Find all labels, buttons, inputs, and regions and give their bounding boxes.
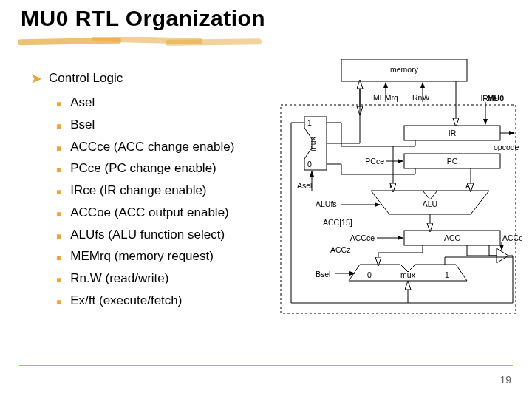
memory-label: memory (390, 65, 419, 74)
list-item-label: Rn.W (read/write) (70, 267, 168, 290)
square-bullet-icon: ■ (56, 250, 61, 266)
footer-divider (19, 365, 513, 366)
mux-b1-label: 1 (445, 270, 449, 279)
list-item-label: ACCoe (ACC output enable) (70, 202, 229, 224)
square-bullet-icon: ■ (56, 97, 61, 112)
mux-1-label: 1 (307, 118, 312, 127)
opcode-label: opcode (494, 143, 519, 151)
pcce-label: PCce (365, 157, 384, 166)
alu-label: ALU (423, 200, 437, 208)
bsel-label: Bsel (316, 270, 330, 279)
list-item: ■Rn.W (read/write) (31, 267, 275, 290)
list-item: ■ACCce (ACC change enable) (31, 136, 275, 158)
square-bullet-icon: ■ (56, 119, 61, 134)
square-bullet-icon: ■ (56, 185, 61, 200)
list-item-label: MEMrq (memory request) (70, 245, 214, 267)
list-item-label: Ex/ft (execute/fetch) (70, 290, 182, 312)
mux-0-label: 0 (307, 160, 312, 168)
list-item-label: ALUfs (ALU function select) (70, 224, 225, 246)
list-item: ■PCce (PC change enable) (31, 157, 275, 180)
irce-label: IRce (480, 94, 497, 103)
alu-b-label: B (389, 181, 395, 190)
accoe-label: ACCoe (502, 233, 522, 242)
signal-list: ■Asel ■Bsel ■ACCce (ACC change enable) ■… (31, 92, 275, 312)
asel-label: Asel (297, 181, 312, 190)
mux-top-label: mux (308, 136, 317, 151)
top-bullet: ➤ Control Logic (31, 71, 275, 87)
list-item: ■Bsel (31, 114, 275, 136)
list-item-label: Bsel (70, 114, 95, 136)
list-item: ■MEMrq (memory request) (31, 245, 275, 267)
square-bullet-icon: ■ (56, 273, 61, 288)
square-bullet-icon: ■ (56, 229, 61, 245)
square-bullet-icon: ■ (56, 141, 61, 157)
acc-label: ACC (444, 233, 461, 242)
accz-label: ACCz (330, 245, 350, 254)
list-item-label: PCce (PC change enable) (70, 157, 216, 180)
heading-text: Control Logic (49, 71, 123, 86)
rnw-label: RnW (412, 93, 429, 102)
slide-title: MU0 RTL Organization (21, 6, 265, 31)
acc15-label: ACC[15] (323, 218, 352, 227)
pc-label: PC (447, 157, 458, 166)
list-item: ■Asel (31, 92, 275, 114)
alufs-label: ALUfs (316, 200, 337, 208)
body-content: ➤ Control Logic ■Asel ■Bsel ■ACCce (ACC … (31, 71, 275, 312)
list-item: ■IRce (IR change enable) (31, 180, 275, 202)
square-bullet-icon: ■ (56, 163, 61, 178)
list-item: ■ALUfs (ALU function select) (31, 224, 275, 246)
accce-label: ACCce (350, 233, 375, 242)
list-item: ■ACCoe (ACC output enable) (31, 202, 275, 224)
ir-label: IR (449, 129, 457, 137)
list-item-label: IRce (IR change enable) (70, 180, 206, 202)
list-item-label: Asel (70, 92, 95, 114)
list-item: ■Ex/ft (execute/fetch) (31, 290, 275, 312)
list-item-label: ACCce (ACC change enable) (70, 136, 234, 158)
title-underline (18, 37, 262, 46)
square-bullet-icon: ■ (56, 295, 61, 310)
page-number: 19 (499, 374, 511, 386)
mux-bot-label: mux (400, 270, 416, 279)
alu-a-label: A (466, 181, 471, 190)
mux-b0-label: 0 (367, 270, 372, 279)
block-diagram: memory MU0 MEMrq RnW IRce IR opcode (275, 59, 522, 318)
bullet-arrow-icon: ➤ (31, 71, 41, 87)
memrq-label: MEMrq (373, 93, 398, 102)
square-bullet-icon: ■ (56, 207, 61, 222)
